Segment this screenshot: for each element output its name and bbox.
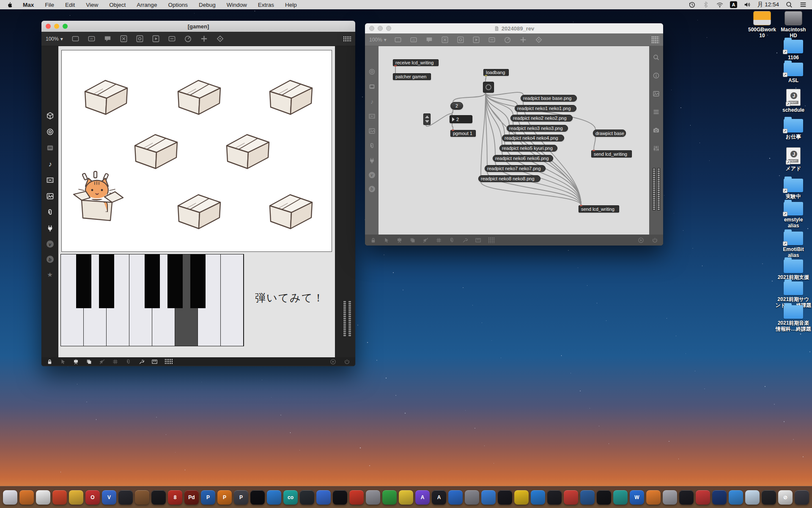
desktop-icon-実験中[interactable]: ➚実験中 (770, 179, 812, 199)
attachment-clip-icon[interactable] (46, 208, 54, 216)
mixer-icon[interactable] (475, 237, 481, 243)
media-icon[interactable] (653, 90, 660, 97)
clip-record-icon[interactable] (449, 237, 455, 243)
black-key[interactable] (76, 254, 91, 308)
playbar-box-icon[interactable] (152, 35, 160, 43)
dock-icon-22[interactable] (349, 490, 364, 505)
dock-icon-7[interactable]: V (102, 490, 116, 505)
menu-item-help[interactable]: Help (280, 2, 302, 8)
beap-icon[interactable]: b (369, 186, 375, 192)
rev-window[interactable]: 2024089_rev 100%▾ receive lcd_writingpat… (365, 23, 663, 246)
beap-icon[interactable]: b (47, 256, 54, 263)
gamen-titlebar[interactable]: [gamen] (41, 21, 355, 32)
audio-toggle-icon[interactable] (330, 359, 336, 365)
dock-icon-49[interactable] (795, 490, 809, 505)
max-object-rp2[interactable]: readpict neko2 neko2.png (510, 115, 573, 121)
desktop-icon-schedule[interactable]: JTEXT➚schedule (770, 89, 812, 113)
close-button[interactable] (46, 24, 51, 29)
menu-item-extras[interactable]: Extras (252, 2, 280, 8)
message-box-icon[interactable] (88, 35, 96, 43)
dock-icon-45[interactable] (729, 490, 743, 505)
calibration-target-icon[interactable] (46, 128, 54, 136)
dock-icon-46[interactable] (745, 490, 760, 505)
desktop-icon-emstyle[interactable]: ➚emstylealias (770, 202, 812, 229)
patch-cord[interactable] (481, 93, 486, 175)
object-box-icon[interactable] (394, 36, 402, 44)
presentation-icon[interactable] (396, 237, 403, 243)
layers-icon[interactable] (86, 359, 92, 365)
list-icon[interactable] (653, 108, 660, 116)
patch-cord[interactable] (452, 123, 453, 130)
dock-icon-11[interactable]: 8 (168, 490, 182, 505)
playbar-box-icon[interactable] (472, 36, 480, 44)
filters-icon[interactable] (653, 145, 660, 152)
dock-icon-20[interactable] (316, 490, 331, 505)
dock-icon-21[interactable] (333, 490, 347, 505)
patch-cord[interactable] (486, 76, 486, 82)
menu-item-options[interactable]: Options (162, 2, 193, 8)
max-object-recv[interactable]: receive lcd_writing (393, 59, 439, 66)
dock-icon-41[interactable] (663, 490, 677, 505)
patch-cord[interactable] (594, 137, 595, 150)
max-object-bang1[interactable] (483, 82, 494, 93)
plug-icon[interactable] (368, 157, 376, 164)
mute-icon[interactable] (422, 237, 429, 243)
add-object-icon[interactable] (519, 36, 527, 44)
dock-icon-44[interactable] (712, 490, 727, 505)
grid-icon[interactable] (112, 359, 118, 365)
audio-note-icon[interactable] (368, 98, 376, 105)
max-object-num2[interactable]: 2 (450, 102, 463, 110)
menu-item-debug[interactable]: Debug (193, 2, 221, 8)
max-object-loadbang[interactable]: loadbang (483, 69, 509, 76)
vizzie-icon[interactable]: v (47, 240, 54, 248)
dock-icon-16[interactable] (250, 490, 265, 505)
select-arrow-icon[interactable] (60, 359, 66, 365)
dock-icon-28[interactable] (448, 490, 463, 505)
dock-icon-14[interactable]: P (217, 490, 232, 505)
image-icon[interactable] (368, 127, 376, 135)
number-box-icon[interactable] (168, 35, 176, 43)
favorites-star-icon[interactable]: ★ (47, 271, 52, 278)
max-object-send1[interactable]: send lcd_writing (591, 150, 632, 157)
audio-note-icon[interactable] (46, 160, 54, 168)
dock-icon-17[interactable] (267, 490, 281, 505)
time-machine-icon[interactable] (688, 1, 696, 8)
menu-item-arrange[interactable]: Arrange (131, 2, 162, 8)
number-box-icon[interactable] (488, 36, 496, 44)
dock-icon-2[interactable] (19, 490, 34, 505)
dock-icon-35[interactable] (564, 490, 578, 505)
audio-toggle-icon[interactable] (638, 237, 644, 243)
lcd-display[interactable] (61, 50, 332, 252)
desktop-icon-ASL[interactable]: ➚ASL (770, 63, 812, 83)
rev-titlebar[interactable]: 2024089_rev (365, 23, 663, 33)
wrench-icon[interactable] (138, 359, 145, 365)
dock-icon-13[interactable]: P (201, 490, 215, 505)
minimize-button[interactable] (378, 26, 383, 31)
patch-cord[interactable] (486, 92, 523, 95)
info-icon[interactable] (653, 72, 660, 79)
dock-icon-12[interactable]: Pd (184, 490, 199, 505)
max-object-rp4[interactable]: readpict neko4 neko4.png (502, 135, 564, 141)
plug-icon[interactable] (46, 224, 54, 232)
desktop-icon-お仕事[interactable]: ➚お仕事 (770, 119, 812, 140)
video-film-icon[interactable] (368, 113, 376, 120)
close-button[interactable] (369, 26, 374, 31)
dock-icon-34[interactable] (547, 490, 562, 505)
patchcord-icon[interactable] (535, 36, 543, 44)
dock-icon-29[interactable] (465, 490, 479, 505)
layers-icon[interactable] (409, 237, 416, 243)
snapshot-camera-icon[interactable] (653, 127, 660, 134)
bluetooth-icon[interactable] (702, 1, 710, 8)
calibration-target-icon[interactable] (368, 68, 376, 75)
max-object-flonum2[interactable]: 2 (450, 115, 472, 123)
select-arrow-icon[interactable] (383, 237, 390, 243)
desktop-icon-Macintosh[interactable]: MacintoshHD (770, 11, 812, 39)
volume-icon[interactable] (743, 1, 751, 8)
comment-icon[interactable] (104, 35, 112, 43)
power-icon[interactable] (652, 237, 658, 243)
patch-cord[interactable] (481, 182, 581, 205)
dock-icon-6[interactable]: O (85, 490, 100, 505)
notification-center-icon[interactable] (799, 1, 807, 8)
dock-icon-42[interactable] (679, 490, 694, 505)
apple-menu[interactable] (0, 2, 17, 8)
